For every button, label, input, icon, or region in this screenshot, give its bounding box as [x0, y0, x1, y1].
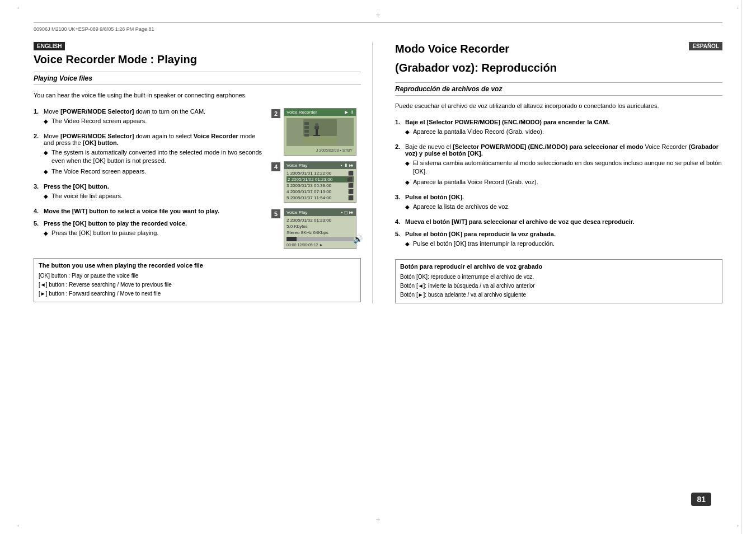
- sp-step-3-bullet-1: ◆ Aparece la lista de archivos de voz.: [405, 203, 722, 211]
- corner-mark-bl: +: [17, 523, 20, 528]
- sp-step-content-3: Pulse el botón [OK]. ◆ Aparece la lista …: [405, 194, 722, 213]
- step-num-1: 1.: [34, 108, 41, 115]
- step-content-1: Move [POWER/MODE Selector] down to turn …: [44, 108, 265, 127]
- step-num-3: 3.: [34, 183, 41, 190]
- vlist-item-2-text: 2 2005/01/02 01:23:00: [288, 177, 332, 182]
- step-text-5: Press the [OK] button to play the record…: [44, 220, 187, 227]
- english-bottom-box-content: [OK] button : Play or pause the voice fi…: [39, 271, 356, 298]
- sp-step-5-bullet-1-text: Pulse el botón [OK] tras interrumpir la …: [413, 240, 555, 248]
- screen-4-items: 1 2005/01/01 12:22:00 ⬛ 2 2005/01/02 01:…: [284, 169, 356, 202]
- spanish-lang-badge: ESPAÑOL: [689, 42, 722, 50]
- spanish-step-1: 1. Baje el [Selector POWER/MODE] (ENC./M…: [395, 119, 722, 138]
- spanish-steps-list: 1. Baje el [Selector POWER/MODE] (ENC./M…: [395, 119, 722, 250]
- step-content-2: Move [POWER/MODE Selector] down again to…: [44, 133, 265, 177]
- step-1-bullet-1-text: The Video Record screen appears.: [51, 117, 147, 125]
- page-number-badge: 81: [691, 493, 711, 506]
- step-text-3: Press the [OK] button.: [44, 183, 109, 190]
- english-step-4: 4. Move the [W/T] button to select a voi…: [34, 208, 265, 214]
- sp-step-1-bullet-1: ◆ Aparece la pantalla Video Record (Grab…: [405, 128, 722, 136]
- svg-rect-1: [303, 136, 337, 144]
- screen-5-size: 5.0 Kbytes: [287, 224, 354, 229]
- sp-step-5-bullet-1: ◆ Pulse el botón [OK] tras interrumpir l…: [405, 240, 722, 248]
- step-1-bullets: ◆ The Video Record screen appears.: [44, 117, 265, 125]
- screen-2-status: J 2005/02/03 ▪ STBY: [287, 148, 354, 153]
- screen-5-body: 2 2005/01/02 01:23:00 5.0 Kbytes Stereo …: [284, 216, 356, 249]
- english-subsection-title: Playing Voice files: [34, 72, 361, 85]
- step-num-4: 4.: [34, 208, 41, 214]
- screen-4-header: Voice Play ▪ ⏸ ⏭: [284, 162, 356, 169]
- english-steps-container: 1. Move [POWER/MODE Selector] down to tu…: [34, 108, 265, 245]
- vlist-item-3-icon: ⬛: [348, 183, 354, 188]
- sp-step-3-bullet-1-text: Aparece la lista de archivos de voz.: [413, 203, 510, 211]
- english-step-3: 3. Press the [OK] button. ◆ The voice fi…: [34, 183, 265, 202]
- header-meta: 00906J M2100 UK+ESP-089 9/8/05 1:26 PM P…: [34, 22, 722, 32]
- step-5-bullets: ◆ Press the [OK] button to pause playing…: [44, 229, 265, 237]
- english-btn-next: [►] button : Forward searching / Move to…: [39, 289, 356, 298]
- screen-4-number: 4: [271, 162, 280, 171]
- diamond-icon: ◆: [405, 240, 411, 248]
- diamond-icon: ◆: [405, 179, 411, 186]
- step-content-5: Press the [OK] button to play the record…: [44, 220, 265, 239]
- vlist-item-5-text: 5 2005/01/07 11:54:00: [287, 195, 331, 200]
- spanish-subsection-title: Reproducción de archivos de voz: [395, 82, 722, 96]
- spanish-bottom-box: Botón para reproducir el archivo de voz …: [395, 259, 722, 303]
- screen-4-wrapper: 4 Voice Play ▪ ⏸ ⏭ 1 2005/01/01 12:22:00…: [271, 161, 356, 203]
- spanish-intro: Puede escuchar el archivo de voz utiliza…: [395, 101, 722, 111]
- screen-5-voice-play: Voice Play ▪ ◻ ⏭ 2 2005/01/02 01:23:00 5…: [284, 208, 356, 249]
- step-content-4: Move the [W/T] button to select a voice …: [44, 208, 265, 214]
- sp-step-content-5: Pulse el botón [OK] para reproducir la v…: [405, 231, 722, 250]
- vlist-item-1-text: 1 2005/01/01 12:22:00: [287, 171, 331, 176]
- english-btn-ok: [OK] button : Play or pause the voice fi…: [39, 271, 356, 280]
- english-column: ENGLISH Voice Recorder Mode : Playing Pl…: [34, 42, 373, 303]
- crosshair-top: +: [375, 10, 380, 19]
- step-2-bullet-2: ◆ The Voice Record screen appears.: [44, 167, 265, 176]
- spanish-column: Modo Voice Recorder (Grabador voz): Repr…: [389, 42, 722, 303]
- screen-5-progress-wrapper: 🔊: [287, 237, 354, 241]
- spanish-titles: Modo Voice Recorder (Grabador voz): Repr…: [395, 42, 557, 80]
- screen-2-topbar-text: Voice Recorder: [287, 110, 317, 115]
- screen-2-icons: ▶ ⏸: [345, 110, 354, 115]
- spanish-step-4: 4. Mueva el botón [W/T] para seleccionar…: [395, 218, 722, 225]
- sp-step-2-bullets: ◆ El sistema cambia automáticamente al m…: [405, 159, 722, 186]
- sp-step-text-3: Pulse el botón [OK].: [405, 194, 464, 200]
- sp-step-5-bullets: ◆ Pulse el botón [OK] tras interrumpir l…: [405, 240, 722, 248]
- screen-4-header-icons: ▪ ⏸ ⏭: [341, 163, 354, 168]
- page-container: + + + + + + 00906J M2100 UK+ESP-089 9/8/…: [0, 0, 756, 534]
- step-text-1: Move [POWER/MODE Selector] down to turn …: [44, 108, 205, 115]
- step-3-bullet-1: ◆ The voice file list appears.: [44, 192, 265, 200]
- step-text-4: Move the [W/T] button to select a voice …: [44, 208, 219, 214]
- sp-step-num-5: 5.: [395, 231, 403, 237]
- camera-scene-svg: [303, 119, 337, 144]
- step-num-2: 2.: [34, 133, 41, 139]
- svg-rect-3: [313, 135, 320, 136]
- sp-step-content-1: Baje el [Selector POWER/MODE] (ENC./MODO…: [405, 119, 722, 138]
- sp-step-content-4: Mueva el botón [W/T] para seleccionar el…: [405, 218, 722, 225]
- screen-5-header-icons: ▪ ◻ ⏭: [341, 210, 354, 215]
- sp-step-2-bullet-2: ◆ Aparece la pantalla Voice Record (Grab…: [405, 178, 722, 186]
- step-5-bullet-1-text: Press the [OK] button to pause playing.: [51, 229, 158, 237]
- english-step-1: 1. Move [POWER/MODE Selector] down to tu…: [34, 108, 265, 127]
- sp-step-num-2: 2.: [395, 143, 403, 150]
- screen-5-header-text: Voice Play: [287, 210, 307, 215]
- sp-step-2-bullet-2-text: Aparece la pantalla Voice Record (Grab. …: [413, 178, 538, 186]
- spanish-bottom-box-content: Botón [OK]: reproduce o interrumpe el ar…: [400, 273, 717, 299]
- screen-5-time-text: 00:00:12/00:05:12 ►: [287, 243, 323, 247]
- screen-2-image: [287, 118, 354, 146]
- step-3-bullet-1-text: The voice file list appears.: [51, 192, 123, 200]
- step-text-2: Move [POWER/MODE Selector] down again to…: [44, 133, 255, 146]
- screen-5-header: Voice Play ▪ ◻ ⏭: [284, 209, 356, 216]
- columns: ENGLISH Voice Recorder Mode : Playing Pl…: [34, 42, 722, 303]
- screen-5-time: 00:00:12/00:05:12 ►: [287, 243, 354, 247]
- diamond-icon: ◆: [44, 168, 49, 176]
- screen-2-device: Voice Recorder ▶ ⏸: [284, 108, 356, 156]
- vlist-item-2: 2 2005/01/02 01:23:00 ⬛: [287, 176, 354, 182]
- screen-5-filename: 2 2005/01/02 01:23:00: [287, 218, 354, 223]
- spanish-title-line2: (Grabador voz): Reproducción: [395, 61, 557, 74]
- screen-2-wrapper: 2 Voice Recorder ▶ ⏸: [271, 108, 356, 156]
- english-step-2: 2. Move [POWER/MODE Selector] down again…: [34, 133, 265, 177]
- vlist-item-1: 1 2005/01/01 12:22:00 ⬛: [287, 170, 354, 176]
- vlist-item-2-icon: ⬛: [347, 177, 353, 182]
- screen-5-number: 5: [271, 209, 280, 218]
- english-btn-prev: [◄] button : Reverse searching / Move to…: [39, 280, 356, 289]
- svg-rect-7: [304, 126, 309, 129]
